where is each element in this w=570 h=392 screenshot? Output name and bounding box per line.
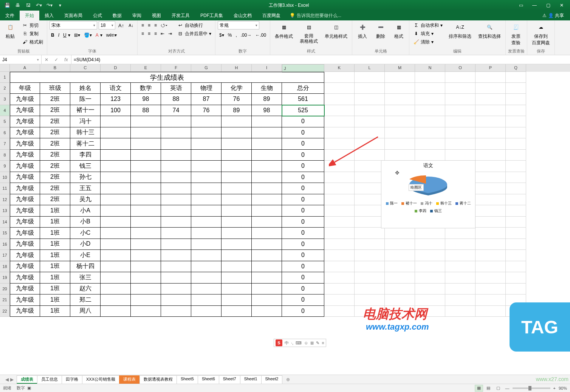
cell[interactable] [476, 72, 506, 83]
cell[interactable] [324, 294, 355, 306]
cell[interactable]: 九年级 [10, 294, 40, 306]
cell[interactable] [221, 127, 252, 139]
cell[interactable]: 2班 [40, 116, 70, 127]
cell[interactable]: 张三 [70, 272, 101, 284]
warning-icon[interactable]: ⚠ [542, 13, 547, 18]
col-header-K[interactable]: K [324, 64, 355, 72]
tab-layout[interactable]: 页面布局 [59, 11, 88, 20]
ribbon-options-icon[interactable]: ▭ [514, 1, 528, 10]
cell[interactable]: 九年级 [10, 161, 40, 172]
cell[interactable] [161, 150, 191, 161]
cell[interactable] [252, 161, 282, 172]
cell[interactable] [221, 172, 252, 183]
cell[interactable] [355, 228, 385, 239]
row-header[interactable]: 5 [0, 116, 10, 127]
find-select-button[interactable]: 🔍查找和选择 [476, 21, 503, 40]
cell[interactable] [324, 306, 355, 317]
fill-color-icon[interactable]: 🪣▾ [82, 31, 93, 39]
cell[interactable]: 525 [282, 105, 324, 116]
ime-emoji-icon[interactable]: ☺ [304, 341, 308, 345]
cell[interactable] [355, 94, 385, 105]
cell[interactable] [355, 161, 385, 172]
cell[interactable] [355, 272, 385, 284]
currency-icon[interactable]: $▾ [218, 31, 226, 39]
row-header[interactable]: 4 [0, 105, 10, 116]
cell[interactable] [476, 172, 506, 183]
cell[interactable]: 0 [282, 228, 324, 239]
cell[interactable]: 100 [101, 105, 131, 116]
cell[interactable] [101, 205, 131, 217]
row-header[interactable]: 3 [0, 94, 10, 105]
cell[interactable] [445, 261, 476, 273]
cell[interactable] [324, 83, 355, 94]
cell[interactable]: 化学 [221, 83, 252, 94]
chart-plot-area[interactable]: ✥ 绘图区 [383, 170, 474, 197]
decrease-font-icon[interactable]: A↓ [127, 21, 135, 29]
cell[interactable]: 2班 [40, 105, 70, 116]
cell[interactable] [324, 228, 355, 239]
cell[interactable]: 1班 [40, 205, 70, 217]
cell[interactable] [324, 194, 355, 206]
cell[interactable] [476, 138, 506, 150]
cell[interactable] [252, 272, 282, 284]
cell[interactable] [476, 261, 506, 273]
cell[interactable]: 九年级 [10, 250, 40, 261]
name-box[interactable]: J4▾ [0, 55, 42, 64]
font-family-select[interactable]: 宋体▾ [50, 21, 97, 29]
col-header-G[interactable]: G [191, 64, 221, 72]
cell[interactable] [445, 127, 476, 139]
cell[interactable] [131, 272, 161, 284]
col-header-Q[interactable]: Q [506, 64, 526, 72]
cell[interactable] [324, 239, 355, 250]
cell[interactable]: 0 [282, 116, 324, 127]
fill-button[interactable]: ⬇填充▾ [412, 29, 444, 38]
cell[interactable]: 语文 [101, 83, 131, 94]
col-header-A[interactable]: A [10, 64, 40, 72]
cell[interactable] [221, 205, 252, 217]
sheet-tab[interactable]: 田字格 [62, 375, 82, 384]
format-painter-button[interactable]: 🖌格式刷 [20, 38, 45, 46]
cell[interactable] [252, 116, 282, 127]
cell[interactable]: 0 [282, 161, 324, 172]
cell[interactable]: 1班 [40, 261, 70, 273]
cell[interactable]: 0 [282, 306, 324, 317]
cell[interactable] [221, 261, 252, 273]
insert-cells-button[interactable]: ➕插入 [355, 21, 370, 40]
cell[interactable]: 0 [282, 183, 324, 194]
cell[interactable] [191, 261, 221, 273]
cell[interactable] [191, 138, 221, 150]
wrap-text-button[interactable]: ↩自动换行 [176, 21, 213, 29]
cell[interactable] [191, 183, 221, 194]
cell[interactable] [355, 239, 385, 250]
col-header-I[interactable]: I [252, 64, 282, 72]
col-header-D[interactable]: D [101, 64, 131, 72]
cell[interactable]: 76 [221, 94, 252, 105]
cell[interactable] [252, 150, 282, 161]
qa-icon-2[interactable]: 🖶 [14, 2, 21, 9]
cell[interactable] [385, 284, 415, 295]
cell[interactable] [506, 127, 526, 139]
cell[interactable] [221, 194, 252, 206]
cell[interactable] [191, 284, 221, 295]
cell[interactable] [476, 294, 506, 306]
enter-formula-icon[interactable]: ✓ [51, 57, 61, 62]
cell[interactable] [221, 272, 252, 284]
cancel-formula-icon[interactable]: ✕ [42, 57, 51, 62]
cell[interactable] [221, 116, 252, 127]
indent-decrease-icon[interactable]: ⇤ [159, 29, 166, 38]
cell[interactable]: 2班 [40, 150, 70, 161]
cell[interactable]: 九年级 [10, 127, 40, 139]
cell[interactable] [506, 138, 526, 150]
phonetic-icon[interactable]: wén▾ [105, 31, 118, 39]
cell[interactable] [221, 217, 252, 228]
cell[interactable] [101, 250, 131, 261]
cell[interactable] [476, 83, 506, 94]
cell[interactable] [506, 284, 526, 295]
cell[interactable] [506, 105, 526, 116]
cell[interactable] [252, 205, 282, 217]
cell[interactable]: 0 [282, 172, 324, 183]
cell[interactable]: 0 [282, 284, 324, 295]
cell[interactable]: 九年级 [10, 172, 40, 183]
row-header[interactable]: 2 [0, 83, 10, 94]
cell[interactable] [161, 272, 191, 284]
